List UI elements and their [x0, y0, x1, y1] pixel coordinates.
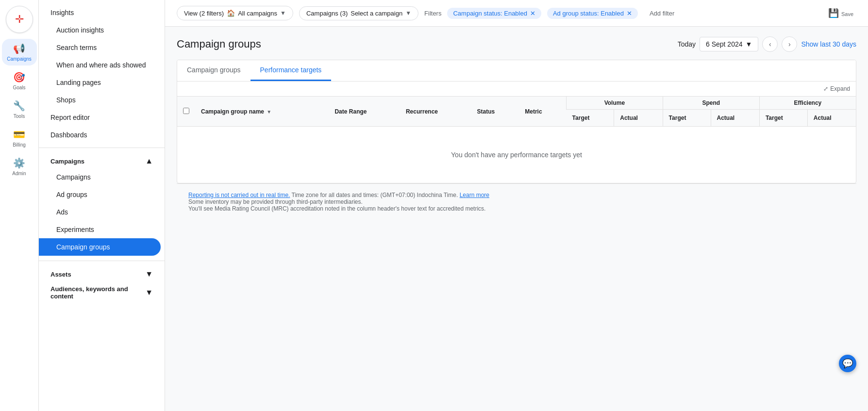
- spend-target-header[interactable]: Target: [663, 110, 711, 127]
- sidebar-item-ad-groups[interactable]: Ad groups: [39, 186, 161, 203]
- help-bubble[interactable]: 💬: [839, 355, 856, 372]
- select-all-checkbox[interactable]: [183, 108, 189, 114]
- topbar: View (2 filters) 🏠 All campaigns ▼ Campa…: [165, 0, 868, 27]
- admin-icon: ⚙️: [13, 157, 25, 169]
- add-filter-button[interactable]: Add filter: [644, 8, 680, 19]
- volume-actual-header[interactable]: Actual: [614, 110, 663, 127]
- date-picker[interactable]: 6 Sept 2024 ▼: [700, 37, 758, 51]
- reporting-notice-link[interactable]: Reporting is not carried out in real tim…: [188, 192, 290, 198]
- campaigns-dropdown-button[interactable]: Campaigns (3) Select a campaign ▼: [299, 6, 418, 20]
- save-button[interactable]: 💾 Save: [825, 5, 856, 21]
- tab-campaign-groups[interactable]: Campaign groups: [177, 60, 250, 81]
- show-last-30-link[interactable]: Show last 30 days: [801, 40, 856, 48]
- tools-icon: 🔧: [13, 100, 25, 112]
- plus-icon: ✛: [15, 13, 24, 26]
- sort-icon: ▼: [267, 109, 271, 115]
- efficiency-group-header: Efficiency: [759, 97, 856, 110]
- checkbox-column-header: [177, 97, 195, 127]
- tab-performance-targets[interactable]: Performance targets: [250, 60, 332, 81]
- footer: Reporting is not carried out in real tim…: [177, 183, 856, 220]
- nav-item-tools[interactable]: 🔧 Tools: [2, 96, 37, 123]
- chevron-up-icon: ▲: [145, 157, 153, 165]
- date-controls: Today 6 Sept 2024 ▼ ‹ › Show last 30 day…: [678, 36, 856, 52]
- volume-group-header: Volume: [567, 97, 663, 110]
- prev-date-button[interactable]: ‹: [762, 36, 778, 52]
- sidebar-section-assets[interactable]: Assets ▼: [39, 265, 165, 280]
- nav-item-admin[interactable]: ⚙️ Admin: [2, 153, 37, 180]
- table-toolbar: ⤢ Expand: [177, 82, 856, 97]
- dropdown-arrow-icon-3: ▼: [746, 40, 752, 48]
- sidebar-divider-2: [39, 261, 165, 261]
- performance-table: Campaign group name ▼ Date Range Recurre…: [177, 97, 856, 183]
- create-button[interactable]: ✛: [6, 6, 33, 33]
- filters-label: Filters: [424, 10, 441, 17]
- table-container: Campaign groups Performance targets ⤢ Ex…: [177, 60, 856, 183]
- help-icon: 💬: [842, 358, 853, 369]
- next-date-button[interactable]: ›: [782, 36, 797, 52]
- spend-group-header: Spend: [663, 97, 759, 110]
- close-icon: ✕: [530, 10, 535, 17]
- learn-more-link[interactable]: Learn more: [460, 192, 489, 198]
- sidebar-item-experiments[interactable]: Experiments: [39, 221, 161, 238]
- house-icon: 🏠: [227, 9, 235, 17]
- sidebar-campaigns-subsection: Campaigns Ad groups Ads Experiments Camp…: [39, 167, 165, 257]
- sidebar-item-search-terms[interactable]: Search terms: [39, 39, 161, 56]
- nav-item-campaigns[interactable]: 📢 Campaigns: [2, 39, 37, 66]
- campaign-status-filter-chip[interactable]: Campaign status: Enabled ✕: [447, 8, 541, 19]
- topbar-right: 💾 Save: [825, 5, 856, 21]
- close-icon-2: ✕: [627, 10, 632, 17]
- sidebar-item-landing-pages[interactable]: Landing pages: [39, 74, 161, 91]
- goals-icon: 🎯: [13, 71, 25, 83]
- sidebar-item-insights[interactable]: Insights: [39, 4, 161, 21]
- billing-icon: 💳: [13, 129, 25, 140]
- date-range-header[interactable]: Date Range: [329, 97, 400, 127]
- chevron-down-icon-2: ▼: [145, 288, 153, 297]
- dropdown-arrow-icon-2: ▼: [405, 10, 411, 16]
- sidebar-item-report-editor[interactable]: Report editor: [39, 109, 161, 126]
- empty-state-row: You don't have any performance targets y…: [177, 127, 856, 183]
- sidebar-item-dashboards[interactable]: Dashboards: [39, 126, 161, 144]
- sidebar-divider-1: [39, 148, 165, 148]
- nav-item-billing[interactable]: 💳 Billing: [2, 125, 37, 151]
- sidebar-item-campaign-groups[interactable]: Campaign groups: [39, 238, 161, 256]
- expand-button[interactable]: ⤢ Expand: [823, 85, 850, 92]
- content-area: Campaign groups Today 6 Sept 2024 ▼ ‹ › …: [165, 27, 868, 411]
- campaign-group-name-header[interactable]: Campaign group name ▼: [195, 97, 329, 127]
- status-header[interactable]: Status: [471, 97, 519, 127]
- sidebar-section-audiences[interactable]: Audiences, keywords and content ▼: [39, 280, 165, 302]
- view-filters-button[interactable]: View (2 filters) 🏠 All campaigns ▼: [177, 6, 293, 20]
- today-label: Today: [678, 40, 696, 48]
- efficiency-actual-header[interactable]: Actual: [807, 110, 856, 127]
- page-header: Campaign groups Today 6 Sept 2024 ▼ ‹ › …: [177, 36, 856, 52]
- dropdown-arrow-icon: ▼: [280, 10, 286, 16]
- efficiency-target-header[interactable]: Target: [759, 110, 807, 127]
- icon-nav: ✛ 📢 Campaigns 🎯 Goals 🔧 Tools 💳 Billing …: [0, 0, 39, 411]
- volume-target-header[interactable]: Target: [567, 110, 614, 127]
- recurrence-header[interactable]: Recurrence: [400, 97, 471, 127]
- ad-group-status-filter-chip[interactable]: Ad group status: Enabled ✕: [547, 8, 638, 19]
- page-title: Campaign groups: [177, 38, 261, 50]
- empty-state-message: You don't have any performance targets y…: [183, 132, 850, 178]
- sidebar-item-ads[interactable]: Ads: [39, 203, 161, 221]
- campaigns-icon: 📢: [13, 43, 25, 54]
- tabs: Campaign groups Performance targets: [177, 60, 856, 82]
- sidebar: Insights Auction insights Search terms W…: [39, 0, 165, 411]
- nav-item-goals[interactable]: 🎯 Goals: [2, 67, 37, 94]
- chevron-down-icon: ▼: [145, 270, 153, 279]
- main-content: View (2 filters) 🏠 All campaigns ▼ Campa…: [165, 0, 868, 411]
- sidebar-section-campaigns[interactable]: Campaigns ▲: [39, 152, 165, 167]
- spend-actual-header[interactable]: Actual: [711, 110, 759, 127]
- sidebar-item-shops[interactable]: Shops: [39, 91, 161, 109]
- save-icon: 💾: [828, 8, 839, 18]
- sidebar-item-auction-insights[interactable]: Auction insights: [39, 21, 161, 39]
- expand-icon: ⤢: [823, 85, 828, 92]
- sidebar-item-when-where[interactable]: When and where ads showed: [39, 56, 161, 74]
- table-header-group-row: Campaign group name ▼ Date Range Recurre…: [177, 97, 856, 110]
- sidebar-item-campaigns[interactable]: Campaigns: [39, 168, 161, 186]
- metric-header[interactable]: Metric: [519, 97, 566, 127]
